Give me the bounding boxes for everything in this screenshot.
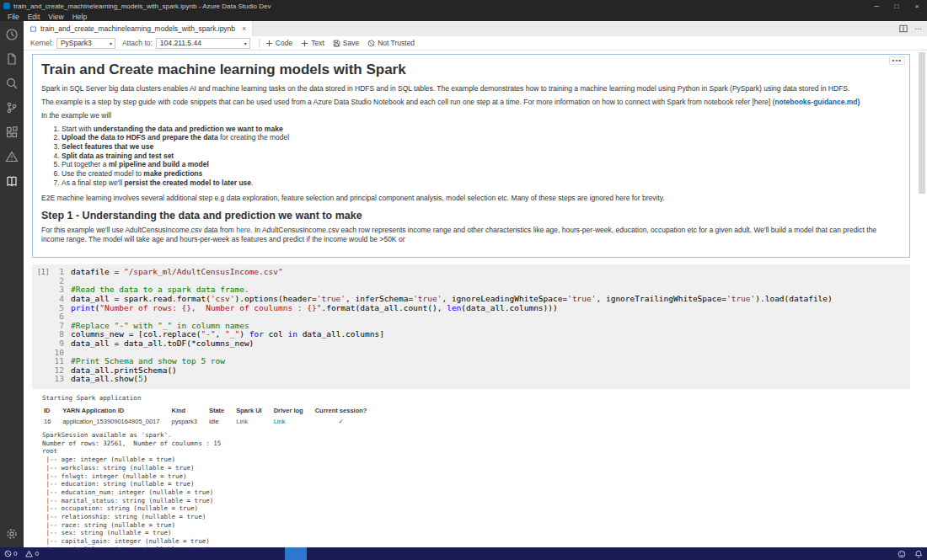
code-line: 5print("Number of rows: {}, Number of co… (32, 304, 910, 313)
tab-label: train_and_create_machinelearning_models_… (40, 24, 235, 33)
markdown-cell[interactable]: ••• Train and Create machine learning mo… (32, 54, 910, 258)
menu-help[interactable]: Help (68, 13, 91, 21)
window-controls: ─ □ × (866, 0, 927, 12)
kernel-dropdown[interactable]: PySpark3 ▾ (56, 38, 115, 49)
notebook-canvas: ••• Train and Create machine learning mo… (24, 51, 927, 547)
table-link-cell[interactable]: Link (236, 416, 273, 428)
bell-icon (914, 550, 923, 558)
status-bar: 0 0 (0, 547, 927, 560)
list-item: As a final step we'll persist the create… (62, 179, 899, 188)
source-control-icon[interactable] (5, 101, 19, 115)
output-line: |-- sex: string (nullable = true) (42, 529, 910, 537)
notebook-title: Train and Create machine learning models… (41, 61, 899, 78)
add-text-button[interactable]: Text (301, 39, 324, 47)
alerts-icon[interactable] (5, 150, 19, 163)
add-code-button[interactable]: Code (265, 39, 292, 47)
feedback-status[interactable] (893, 547, 910, 560)
not-trusted-button[interactable]: Not Trusted (367, 39, 415, 47)
output-line: |-- workclass: string (nullable = true) (42, 464, 910, 472)
menu-file[interactable]: File (3, 13, 24, 21)
output-line: |-- fnlwgt: integer (nullable = true) (42, 472, 910, 481)
output-line: |-- education: string (nullable = true) (42, 480, 910, 488)
notifications-status[interactable] (910, 547, 927, 560)
more-actions-icon[interactable]: ⋯ (914, 24, 922, 33)
table-header: State (209, 405, 236, 417)
explorer-icon[interactable] (5, 52, 19, 66)
split-editor-icon[interactable] (899, 24, 908, 33)
menu-edit[interactable]: Edit (24, 13, 45, 21)
table-header-row: IDYARN Application IDKindStateSpark UIDr… (44, 405, 378, 417)
table-cell: ✓ (315, 416, 379, 428)
table-cell: 16 (44, 416, 62, 428)
history-icon[interactable] (5, 28, 19, 41)
title-bar: train_and_create_machinelearning_models_… (0, 0, 927, 12)
table-cell: idle (209, 416, 236, 428)
table-header: Driver log (274, 405, 315, 417)
app-window: train_and_create_machinelearning_models_… (0, 0, 927, 560)
notebook-tab[interactable]: train_and_create_machinelearning_models_… (24, 21, 253, 36)
circle-slash-icon (367, 40, 375, 47)
search-icon[interactable] (5, 77, 19, 90)
attach-to-dropdown[interactable]: 104.211.5.44 ▾ (156, 38, 250, 49)
minimize-button[interactable]: ─ (866, 0, 887, 12)
scrollbar-thumb[interactable] (919, 52, 925, 194)
cell-output: Starting Spark application IDYARN Applic… (42, 394, 910, 547)
kernel-label: Kernel: (30, 39, 53, 47)
markdown-paragraph: In the example we will (41, 111, 899, 120)
settings-gear-icon[interactable] (5, 527, 19, 541)
extensions-icon[interactable] (5, 125, 19, 139)
table-header: YARN Application ID (62, 405, 171, 417)
table-header: Kind (171, 405, 208, 417)
markdown-paragraph: E2E machine learning involves several ad… (41, 194, 899, 203)
tab-bar: train_and_create_machinelearning_models_… (24, 21, 927, 36)
notebooks-guidance-link[interactable]: notebooks-guidance.md (774, 98, 857, 106)
notebooks-icon[interactable] (5, 174, 19, 188)
list-item: Put together a ml pipeline and build a m… (62, 160, 899, 169)
menu-bar: FileEditViewHelp (0, 12, 927, 21)
code-line: 1datafile = "/spark_ml/AdultCensusIncome… (32, 268, 910, 277)
warning-count: 0 (35, 550, 38, 557)
app-icon (3, 3, 10, 9)
output-line: |-- marital_status: string (nullable = t… (42, 497, 910, 505)
markdown-list: Start with understanding the data and pr… (41, 125, 899, 188)
table-cell: pyspark3 (171, 416, 208, 428)
attach-to-label: Attach to: (122, 39, 153, 47)
markdown-link-paren: ) (858, 98, 860, 106)
tabbar-actions: ⋯ (892, 21, 927, 36)
error-count: 0 (13, 550, 17, 557)
list-item: Use the created model to make prediction… (62, 169, 899, 179)
toolbar-separator (259, 39, 260, 48)
code-editor[interactable]: 1datafile = "/spark_ml/AdultCensusIncome… (32, 268, 910, 384)
output-line: Number of rows: 32561, Number of coulumn… (42, 440, 910, 448)
menu-view[interactable]: View (44, 13, 67, 21)
chevron-down-icon: ▾ (110, 40, 112, 46)
markdown-paragraph: Spark in SQL Server big data clusters en… (41, 84, 899, 93)
code-cell[interactable]: [1] 1datafile = "/spark_ml/AdultCensusIn… (32, 264, 910, 389)
table-link-cell[interactable]: Link (274, 416, 315, 428)
warnings-status[interactable]: 0 (21, 547, 42, 560)
execution-count: [1] (37, 269, 49, 276)
feedback-smiley-icon (898, 550, 906, 558)
table-row: 16application_1539090164905_0017pyspark3… (44, 416, 378, 428)
cell-more-actions-button[interactable]: ••• (889, 56, 905, 65)
kernel-value: PySpark3 (61, 39, 92, 47)
notebook-file-icon (29, 25, 37, 33)
output-line: SparkSession available as 'spark'. (42, 431, 910, 440)
add-text-label: Text (311, 39, 324, 47)
data-source-link[interactable]: here (236, 226, 250, 234)
errors-status[interactable]: 0 (0, 547, 21, 560)
table-header: Spark UI (236, 405, 273, 417)
scrollbar[interactable] (917, 51, 927, 547)
save-button[interactable]: Save (333, 39, 359, 47)
close-button[interactable]: × (907, 0, 927, 12)
output-line: |-- race: string (nullable = true) (42, 521, 910, 530)
status-progress-item[interactable] (285, 547, 307, 560)
tab-close-icon[interactable]: × (242, 24, 246, 33)
output-line: root (42, 447, 910, 456)
activity-bar (0, 21, 24, 547)
add-code-label: Code (276, 39, 292, 47)
plus-icon (301, 40, 308, 47)
output-line: |-- occupation: string (nullable = true) (42, 504, 910, 513)
maximize-button[interactable]: □ (887, 0, 907, 12)
table-header: Current session? (315, 405, 379, 417)
